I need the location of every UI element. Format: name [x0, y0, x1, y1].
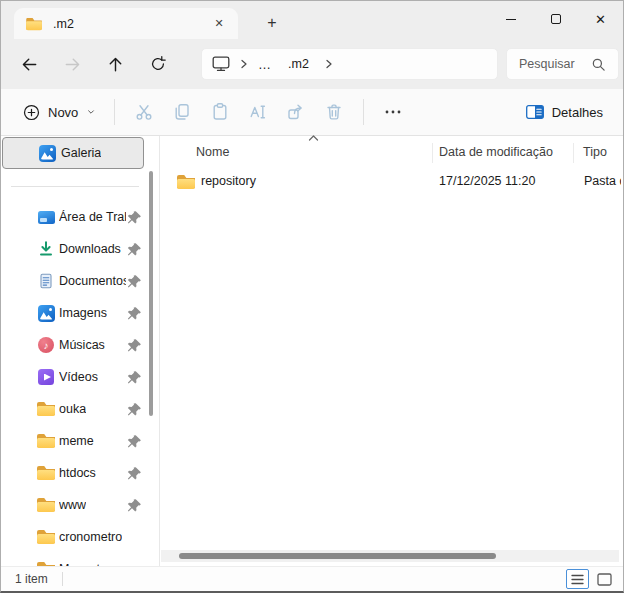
sidebar-item-label: www	[59, 498, 86, 512]
pinned-list: Área de Trabalho Downloads Documentos	[1, 201, 160, 569]
up-arrow-icon	[106, 55, 125, 74]
forward-button[interactable]	[55, 47, 89, 81]
sidebar-item-cronometro[interactable]: cronometro	[1, 521, 160, 553]
pin-icon	[127, 242, 142, 257]
videos-icon	[37, 368, 55, 386]
details-view-icon	[571, 574, 584, 585]
sidebar-item-label: Vídeos	[59, 370, 98, 384]
new-button[interactable]: Novo	[15, 98, 104, 127]
desktop-icon	[37, 208, 55, 226]
share-icon	[286, 102, 306, 122]
item-count: 1 item	[15, 572, 48, 586]
folder-icon	[37, 464, 55, 482]
new-tab-button[interactable]: +	[259, 10, 285, 36]
sidebar-item-htdocs[interactable]: htdocs	[1, 457, 160, 489]
up-button[interactable]	[98, 47, 132, 81]
pin-icon	[127, 434, 142, 449]
navigation-bar: … .m2	[1, 39, 623, 89]
folder-icon	[25, 15, 43, 33]
paste-icon	[210, 102, 230, 122]
column-header-modificacao[interactable]: Data de modificação	[439, 145, 553, 159]
sidebar-item-www[interactable]: www	[1, 489, 160, 521]
pin-icon	[127, 370, 142, 385]
refresh-button[interactable]	[141, 47, 175, 81]
ellipsis-icon	[383, 102, 403, 122]
sidebar-item-ouka[interactable]: ouka	[1, 393, 160, 425]
horizontal-scrollbar[interactable]	[161, 550, 619, 562]
file-row-repository[interactable]: repository 17/12/2025 11:20 Pasta de arq…	[165, 168, 621, 196]
back-button[interactable]	[12, 47, 46, 81]
sidebar-item-label: Downloads	[59, 242, 121, 256]
trash-icon	[324, 102, 344, 122]
search-box[interactable]	[506, 48, 619, 80]
cut-button[interactable]	[126, 95, 162, 129]
sidebar-scrollbar[interactable]	[149, 171, 153, 416]
column-header-nome[interactable]: Nome	[196, 145, 229, 159]
paste-button[interactable]	[202, 95, 238, 129]
pin-icon	[127, 498, 142, 513]
sidebar-item-label: Documentos	[59, 274, 126, 288]
pin-icon	[127, 338, 142, 353]
sidebar-item-label: Área de Trabalho	[59, 210, 126, 224]
details-pane-label: Detalhes	[552, 105, 603, 120]
column-header-tipo[interactable]: Tipo	[583, 145, 607, 159]
delete-button[interactable]	[316, 95, 352, 129]
tab-close-button[interactable]: ✕	[208, 13, 230, 35]
column-separator[interactable]	[432, 143, 433, 163]
tab-title: .m2	[53, 17, 208, 31]
rename-button[interactable]	[240, 95, 276, 129]
folder-icon	[37, 496, 55, 514]
sidebar-item-label: Músicas	[59, 338, 105, 352]
search-icon	[591, 57, 606, 72]
search-input[interactable]	[519, 57, 591, 71]
breadcrumb-current[interactable]: .m2	[282, 57, 315, 71]
copy-button[interactable]	[164, 95, 200, 129]
sidebar-item-label: htdocs	[59, 466, 96, 480]
sidebar-divider	[11, 186, 139, 187]
folder-icon	[37, 432, 55, 450]
details-pane-button[interactable]: Detalhes	[518, 99, 611, 126]
main-area: Galeria Área de Trabalho Downloads	[1, 136, 623, 569]
thumbnail-view-icon	[597, 573, 612, 586]
window-controls: ✕	[488, 1, 623, 37]
pin-icon	[127, 306, 142, 321]
file-modified: 17/12/2025 11:20	[439, 174, 535, 188]
column-separator[interactable]	[573, 143, 574, 163]
explorer-tab[interactable]: .m2 ✕	[14, 8, 238, 39]
minimize-button[interactable]	[488, 1, 533, 37]
maximize-icon	[551, 14, 561, 24]
sidebar-item-imagens[interactable]: Imagens	[1, 297, 160, 329]
share-button[interactable]	[278, 95, 314, 129]
details-view-button[interactable]	[566, 569, 589, 589]
sidebar-item-desktop[interactable]: Área de Trabalho	[1, 201, 160, 233]
chevron-down-icon	[86, 108, 96, 116]
sidebar-item-meme[interactable]: meme	[1, 425, 160, 457]
file-name[interactable]: repository	[201, 174, 256, 188]
column-headers: Nome Data de modificação Tipo	[161, 139, 623, 165]
this-pc-icon	[212, 56, 230, 72]
maximize-button[interactable]	[533, 1, 578, 37]
address-bar[interactable]: … .m2	[201, 48, 498, 80]
status-bar: 1 item	[1, 566, 623, 591]
chevron-right-icon	[240, 59, 248, 69]
sidebar-item-videos[interactable]: Vídeos	[1, 361, 160, 393]
horizontal-scrollbar-thumb[interactable]	[179, 553, 496, 559]
see-more-button[interactable]	[375, 95, 411, 129]
sidebar-item-downloads[interactable]: Downloads	[1, 233, 160, 265]
sidebar-item-documentos[interactable]: Documentos	[1, 265, 160, 297]
pin-icon	[127, 402, 142, 417]
gallery-icon	[38, 144, 56, 162]
pin-icon	[127, 466, 142, 481]
pin-icon	[127, 274, 142, 289]
close-button[interactable]: ✕	[578, 1, 623, 37]
document-icon	[37, 272, 55, 290]
sidebar-item-musicas[interactable]: ♪ Músicas	[1, 329, 160, 361]
file-type: Pasta de arquivos	[584, 174, 621, 188]
forward-arrow-icon	[63, 55, 82, 74]
breadcrumb-collapsed[interactable]: …	[258, 57, 272, 72]
chevron-right-icon[interactable]	[325, 59, 333, 69]
navigation-pane: Galeria Área de Trabalho Downloads	[1, 136, 160, 569]
sidebar-item-galeria[interactable]: Galeria	[2, 137, 144, 169]
new-button-label: Novo	[48, 105, 78, 120]
thumbnail-view-button[interactable]	[594, 569, 615, 589]
